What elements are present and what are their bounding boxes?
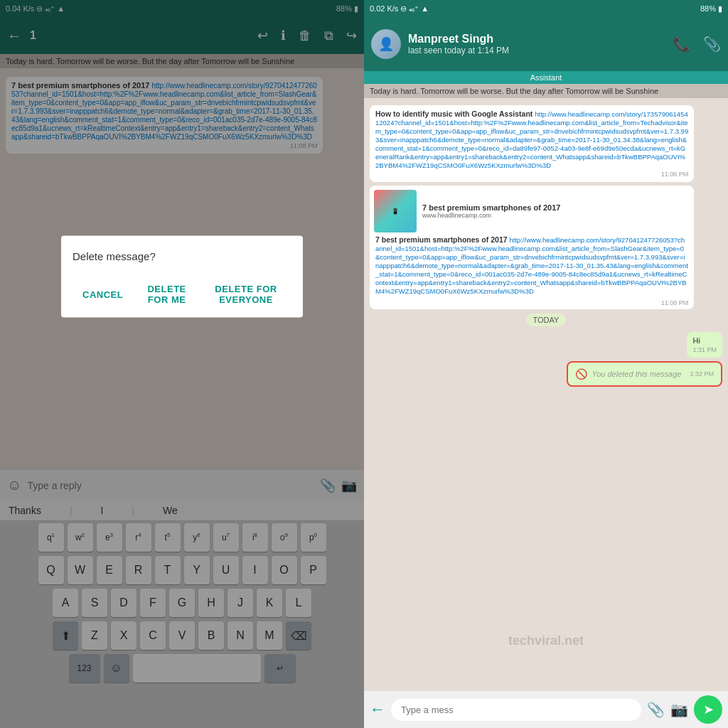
status-bar-right-right: 88% ▮ <box>700 4 722 14</box>
deleted-icon: 🚫 <box>575 368 587 380</box>
dialog-overlay <box>0 0 364 728</box>
contact-name: Manpreet Singh <box>408 33 665 46</box>
status-bar-right-left: 0.02 K/s ⊖ ₄₆⁺ ▲ <box>370 4 429 14</box>
right-panel: 0.02 K/s ⊖ ₄₆⁺ ▲ 88% ▮ 👤 Manpreet Singh … <box>364 0 728 728</box>
signal-right: ₄₆⁺ <box>409 4 419 14</box>
left-panel: 0.04 K/s ⊖ ₄₆⁺ ▲ 88% ▮ ← 1 ↩ ℹ 🗑 ⧉ ↪ Tod… <box>0 0 364 728</box>
delete-dialog: Delete message? CANCEL DELETE FOR ME DEL… <box>61 236 303 318</box>
call-icon[interactable]: 📞 <box>673 36 690 53</box>
battery-icon-right: ▮ <box>718 4 722 14</box>
marquee-bar-right: Today is hard. Tomorrow will be worse. B… <box>364 84 728 98</box>
chat-body-right[interactable]: How to identify music with Google Assist… <box>364 101 728 691</box>
chat-header-right: 👤 Manpreet Singh last seen today at 1:14… <box>364 17 728 71</box>
contact-status: last seen today at 1:14 PM <box>408 46 665 55</box>
msg2-time: 11:08 PM <box>370 299 694 309</box>
status-bar-right: 0.02 K/s ⊖ ₄₆⁺ ▲ 88% ▮ <box>364 0 728 17</box>
dialog-buttons: CANCEL DELETE FOR ME DELETE FOR EVERYONE <box>73 277 291 318</box>
preview-text-block: 7 best premium smartphones of 2017 www.h… <box>422 203 560 219</box>
network-speed-right: 0.02 K/s <box>370 4 398 13</box>
deleted-text: You deleted this message <box>592 370 681 378</box>
send-icon: ➤ <box>703 702 714 717</box>
camera-icon-right[interactable]: 📷 <box>670 701 688 718</box>
today-badge: TODAY <box>526 314 567 326</box>
attachment-icon-right[interactable]: 📎 <box>647 701 665 718</box>
paperclip-icon[interactable]: 📎 <box>703 36 721 53</box>
message-bubble-sent-1: Hi 1:31 PM <box>687 332 722 358</box>
sent-time-1: 1:31 PM <box>692 346 717 353</box>
header-icons-right: 📞 📎 <box>673 36 721 53</box>
message-bubble-right-2: 📱 7 best premium smartphones of 2017 www… <box>370 186 694 309</box>
preview-thumbnail: 📱 <box>374 190 417 232</box>
msg1-prefix: How to identify music with Google Assist… <box>375 109 532 118</box>
msg2-main-text: 7 best premium smartphones of 2017 http:… <box>370 232 694 298</box>
marquee-text-right: Today is hard. Tomorrow will be worse. B… <box>370 87 658 95</box>
back-arrow-right[interactable]: ← <box>370 700 385 719</box>
deleted-message-bubble: 🚫 You deleted this message 1:32 PM <box>567 361 722 387</box>
sent-text-1: Hi <box>692 336 700 345</box>
preview-title: 7 best premium smartphones of 2017 <box>422 203 560 212</box>
message-input-right[interactable] <box>391 699 641 721</box>
avatar-image: 👤 <box>371 29 401 59</box>
contact-avatar[interactable]: 👤 <box>371 29 401 59</box>
watermark: techviral.net <box>508 633 584 648</box>
notification-text: Assistant <box>530 73 562 82</box>
signal-bars-right: ▲ <box>421 4 429 13</box>
battery-right: 88% <box>700 4 716 13</box>
message-bubble-right-1: How to identify music with Google Assist… <box>370 105 694 182</box>
input-bar-right: ← 📎 📷 ➤ <box>364 691 728 728</box>
preview-url: www.headlinecamp.com <box>422 212 560 219</box>
today-divider: TODAY <box>370 313 722 326</box>
notification-bar: Assistant <box>364 71 728 84</box>
msg1-link: http://www.headlinecamp.com/story/173579… <box>375 110 688 169</box>
contact-info: Manpreet Singh last seen today at 1:14 P… <box>408 33 665 55</box>
delete-for-everyone-button[interactable]: DELETE FOR EVERYONE <box>200 277 291 312</box>
dialog-title: Delete message? <box>73 250 291 262</box>
msg1-time: 11:06 PM <box>375 171 688 178</box>
minus-icon-right: ⊖ <box>400 4 407 14</box>
deleted-time: 1:32 PM <box>690 370 714 378</box>
delete-for-me-button[interactable]: DELETE FOR ME <box>133 277 200 312</box>
send-button[interactable]: ➤ <box>694 695 722 724</box>
cancel-button[interactable]: CANCEL <box>73 277 133 312</box>
